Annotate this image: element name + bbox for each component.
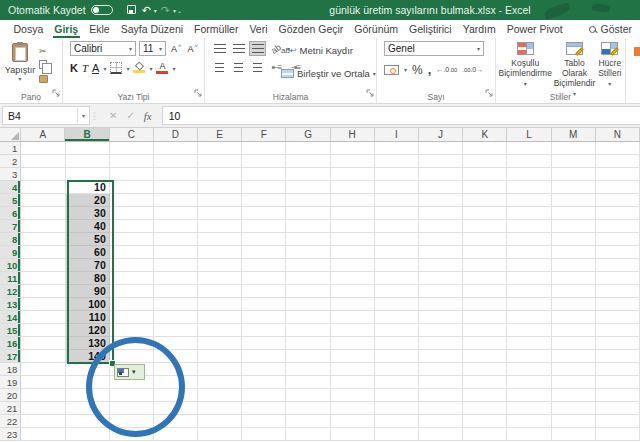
ribbon-tab-yardım[interactable]: Yardım xyxy=(457,20,501,38)
grid-cell-i11[interactable] xyxy=(375,272,419,285)
grid-cell-g10[interactable] xyxy=(286,259,330,272)
grid-cell-c14[interactable] xyxy=(110,311,154,324)
grid-cell-b11[interactable]: 80 xyxy=(66,272,110,285)
grid-cell-f17[interactable] xyxy=(242,350,286,363)
underline-button[interactable]: A xyxy=(92,63,99,74)
grid-cell-f21[interactable] xyxy=(242,402,286,415)
grid-cell-b12[interactable]: 90 xyxy=(66,285,110,298)
grid-cell-n20[interactable] xyxy=(596,389,640,402)
grid-cell-i15[interactable] xyxy=(375,324,419,337)
grid-cell-d20[interactable] xyxy=(154,389,198,402)
grid-cell-c5[interactable] xyxy=(110,194,154,207)
grid-cell-c22[interactable] xyxy=(110,415,154,428)
grid-cell-j18[interactable] xyxy=(419,363,463,376)
select-all-corner[interactable] xyxy=(0,128,21,141)
grid-cell-h11[interactable] xyxy=(331,272,375,285)
grid-cell-m11[interactable] xyxy=(552,272,596,285)
grid-cell-n22[interactable] xyxy=(596,415,640,428)
grid-cell-f6[interactable] xyxy=(242,207,286,220)
row-header-8[interactable]: 8 xyxy=(0,233,21,246)
grid-cell-f3[interactable] xyxy=(242,168,286,181)
grid-cell-j10[interactable] xyxy=(419,259,463,272)
grid-cell-g1[interactable] xyxy=(286,142,330,155)
grid-cell-l6[interactable] xyxy=(507,207,551,220)
grid-cell-k16[interactable] xyxy=(463,337,507,350)
grid-cell-i17[interactable] xyxy=(375,350,419,363)
grid-cell-m19[interactable] xyxy=(552,376,596,389)
grid-cell-m7[interactable] xyxy=(552,220,596,233)
row-header-14[interactable]: 14 xyxy=(0,311,21,324)
grid-cell-n6[interactable] xyxy=(596,207,640,220)
grid-cell-l20[interactable] xyxy=(507,389,551,402)
grid-cell-k1[interactable] xyxy=(463,142,507,155)
grid-cell-h21[interactable] xyxy=(331,402,375,415)
grid-cell-i7[interactable] xyxy=(375,220,419,233)
grid-cell-m10[interactable] xyxy=(552,259,596,272)
grid-cell-c20[interactable] xyxy=(110,389,154,402)
font-size-select[interactable]: 11▾ xyxy=(139,41,166,56)
grid-cell-g20[interactable] xyxy=(286,389,330,402)
paste-caret-icon[interactable]: ▾ xyxy=(18,75,21,82)
grid-cell-f5[interactable] xyxy=(242,194,286,207)
grid-cell-c12[interactable] xyxy=(110,285,154,298)
grid-cell-h10[interactable] xyxy=(331,259,375,272)
grid-cell-k8[interactable] xyxy=(463,233,507,246)
grid-cell-l16[interactable] xyxy=(507,337,551,350)
grid-cell-g3[interactable] xyxy=(286,168,330,181)
grid-cell-n7[interactable] xyxy=(596,220,640,233)
grid-cell-n11[interactable] xyxy=(596,272,640,285)
grid-cell-k11[interactable] xyxy=(463,272,507,285)
grid-cell-d5[interactable] xyxy=(154,194,198,207)
grid-cell-k18[interactable] xyxy=(463,363,507,376)
grid-cell-c4[interactable] xyxy=(110,181,154,194)
merge-center-button[interactable]: Birleştir ve Ortala ▾ xyxy=(281,65,376,81)
grid-cell-d3[interactable] xyxy=(154,168,198,181)
grid-cell-a3[interactable] xyxy=(21,168,65,181)
grid-cell-e5[interactable] xyxy=(198,194,242,207)
grid-cell-i4[interactable] xyxy=(375,181,419,194)
grid-cell-h6[interactable] xyxy=(331,207,375,220)
grid-cell-e22[interactable] xyxy=(198,415,242,428)
grid-cell-l19[interactable] xyxy=(507,376,551,389)
grid-cell-h14[interactable] xyxy=(331,311,375,324)
grid-cell-i10[interactable] xyxy=(375,259,419,272)
grid-cell-h18[interactable] xyxy=(331,363,375,376)
fill-color-button[interactable] xyxy=(133,63,145,73)
grid-cell-a19[interactable] xyxy=(21,376,65,389)
grid-cell-b19[interactable] xyxy=(66,376,110,389)
grid-cell-g21[interactable] xyxy=(286,402,330,415)
align-center-button[interactable] xyxy=(230,60,247,75)
wrap-text-button[interactable]: ab↩ Metni Kaydır xyxy=(281,42,376,58)
grid-cell-i6[interactable] xyxy=(375,207,419,220)
grid-cell-a12[interactable] xyxy=(21,285,65,298)
grid-cell-i12[interactable] xyxy=(375,285,419,298)
insert-function-button[interactable]: fx xyxy=(144,110,152,122)
row-header-6[interactable]: 6 xyxy=(0,207,21,220)
grid-cell-g8[interactable] xyxy=(286,233,330,246)
grid-cell-a4[interactable] xyxy=(21,181,65,194)
grid-cell-m23[interactable] xyxy=(552,428,596,441)
grid-cell-g4[interactable] xyxy=(286,181,330,194)
grid-cell-j7[interactable] xyxy=(419,220,463,233)
grid-cell-m1[interactable] xyxy=(552,142,596,155)
grid-cell-a22[interactable] xyxy=(21,415,65,428)
grid-cell-c6[interactable] xyxy=(110,207,154,220)
grid-cell-a6[interactable] xyxy=(21,207,65,220)
grid-cell-e14[interactable] xyxy=(198,311,242,324)
grid-cell-e17[interactable] xyxy=(198,350,242,363)
grid-cell-d9[interactable] xyxy=(154,246,198,259)
grid-cell-f19[interactable] xyxy=(242,376,286,389)
grid-cell-h1[interactable] xyxy=(331,142,375,155)
grid-cell-h13[interactable] xyxy=(331,298,375,311)
grid-cell-d18[interactable] xyxy=(154,363,198,376)
grid-cell-b22[interactable] xyxy=(66,415,110,428)
grid-cell-n2[interactable] xyxy=(596,155,640,168)
grid-cell-n8[interactable] xyxy=(596,233,640,246)
grid-cell-h7[interactable] xyxy=(331,220,375,233)
grid-cell-n18[interactable] xyxy=(596,363,640,376)
formula-bar-splitter[interactable]: ⋮ xyxy=(90,111,99,121)
grid-cell-n5[interactable] xyxy=(596,194,640,207)
grid-cell-e16[interactable] xyxy=(198,337,242,350)
redo-caret-icon[interactable]: ▾ xyxy=(173,7,176,14)
grid-cell-g12[interactable] xyxy=(286,285,330,298)
